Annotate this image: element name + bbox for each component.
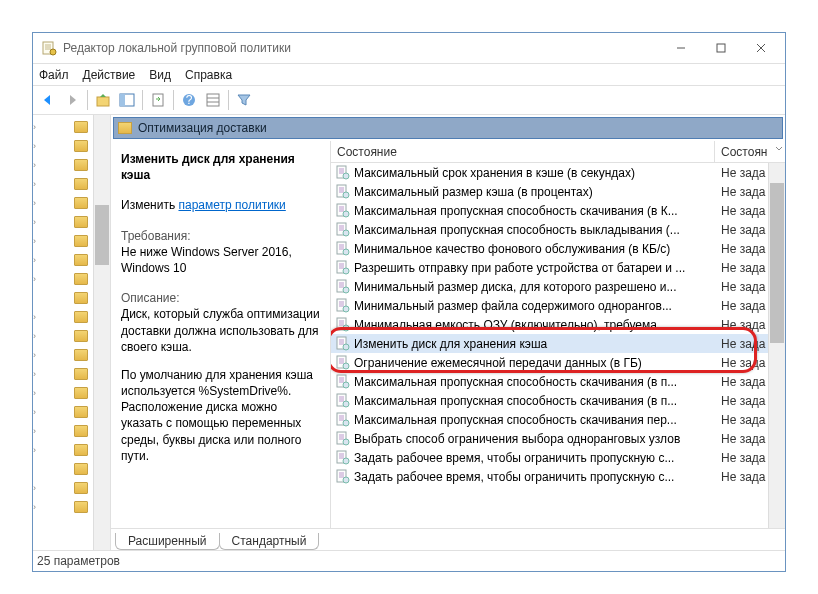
policy-item-icon — [335, 222, 350, 237]
row-name: Минимальное качество фонового обслуживан… — [354, 242, 670, 256]
svg-point-32 — [343, 230, 349, 236]
titlebar: Редактор локальной групповой политики — [33, 33, 785, 63]
content-area: › › › › › › › › › › › › › › › › › › › — [33, 115, 785, 551]
help-button[interactable]: ? — [178, 89, 200, 111]
svg-point-37 — [343, 249, 349, 255]
folder-icon — [74, 387, 88, 399]
menubar: Файл Действие Вид Справка — [33, 63, 785, 85]
status-bar: 25 параметров — [33, 551, 785, 571]
table-row[interactable]: Максимальный срок хранения в кэше (в сек… — [331, 163, 768, 182]
row-state: Не зада — [715, 261, 768, 275]
table-row[interactable]: Максимальная пропускная способность скач… — [331, 372, 768, 391]
table-row[interactable]: Максимальный размер кэша (в процентах)Не… — [331, 182, 768, 201]
table-row[interactable]: Максимальная пропускная способность выкл… — [331, 220, 768, 239]
row-name: Максимальная пропускная способность выкл… — [354, 223, 680, 237]
row-state: Не зада — [715, 223, 768, 237]
menu-file[interactable]: Файл — [39, 68, 69, 82]
table-row[interactable]: Минимальная емкость ОЗУ (включительно), … — [331, 315, 768, 334]
table-row[interactable]: Минимальный размер диска, для которого р… — [331, 277, 768, 296]
row-name: Максимальный срок хранения в кэше (в сек… — [354, 166, 635, 180]
folder-icon — [74, 140, 88, 152]
path-header: Оптимизация доставки — [113, 117, 783, 139]
table-row[interactable]: Максимальная пропускная способность скач… — [331, 410, 768, 429]
table-row[interactable]: Максимальная пропускная способность скач… — [331, 201, 768, 220]
export-button[interactable] — [147, 89, 169, 111]
table-row[interactable]: Минимальный размер файла содержимого одн… — [331, 296, 768, 315]
description-body-2: По умолчанию для хранения кэша используе… — [121, 367, 320, 464]
properties-button[interactable] — [202, 89, 224, 111]
menu-action[interactable]: Действие — [83, 68, 136, 82]
up-button[interactable] — [92, 89, 114, 111]
svg-point-27 — [343, 211, 349, 217]
folder-icon — [74, 235, 88, 247]
row-name: Максимальная пропускная способность скач… — [354, 413, 677, 427]
menu-help[interactable]: Справка — [185, 68, 232, 82]
row-name: Минимальная емкость ОЗУ (включительно), … — [354, 318, 667, 332]
svg-point-77 — [343, 401, 349, 407]
row-name: Минимальный размер диска, для которого р… — [354, 280, 677, 294]
description-body: Диск, который служба оптимизации доставк… — [121, 306, 320, 355]
table-row[interactable]: Минимальное качество фонового обслуживан… — [331, 239, 768, 258]
row-name: Максимальный размер кэша (в процентах) — [354, 185, 593, 199]
filter-button[interactable] — [233, 89, 255, 111]
policy-item-icon — [335, 241, 350, 256]
row-name: Минимальный размер файла содержимого одн… — [354, 299, 672, 313]
table-row[interactable]: Разрешить отправку при работе устройства… — [331, 258, 768, 277]
maximize-button[interactable] — [701, 34, 741, 62]
svg-point-52 — [343, 306, 349, 312]
table-row[interactable]: Максимальная пропускная способность скач… — [331, 391, 768, 410]
requirements-body: Не ниже Windows Server 2016, Windows 10 — [121, 244, 320, 276]
policy-item-icon — [335, 317, 350, 332]
tab-extended[interactable]: Расширенный — [115, 533, 220, 550]
row-state: Не зада — [715, 185, 768, 199]
table-row[interactable]: Задать рабочее время, чтобы ограничить п… — [331, 448, 768, 467]
svg-rect-3 — [717, 44, 725, 52]
list-scrollbar[interactable] — [768, 163, 785, 528]
folder-icon — [74, 368, 88, 380]
table-row[interactable]: Задать рабочее время, чтобы ограничить п… — [331, 467, 768, 486]
svg-rect-10 — [207, 94, 219, 106]
tab-standard[interactable]: Стандартный — [219, 533, 320, 550]
policy-item-icon — [335, 355, 350, 370]
folder-icon — [74, 330, 88, 342]
tree-content: › › › › › › › › › › › › › › › › › › › — [33, 115, 92, 550]
table-row[interactable]: Ограничение ежемесячной передачи данных … — [331, 353, 768, 372]
policy-item-icon — [335, 374, 350, 389]
menu-view[interactable]: Вид — [149, 68, 171, 82]
setting-title: Изменить диск для хранения кэша — [121, 151, 320, 183]
table-row[interactable]: Выбрать способ ограничения выбора однора… — [331, 429, 768, 448]
folder-icon — [74, 254, 88, 266]
app-icon — [41, 40, 57, 56]
svg-text:?: ? — [186, 93, 193, 107]
folder-icon — [74, 311, 88, 323]
row-state: Не зада — [715, 375, 768, 389]
chevron-down-icon — [775, 145, 783, 153]
folder-icon — [74, 273, 88, 285]
row-state: Не зада — [715, 299, 768, 313]
row-name: Максимальная пропускная способность скач… — [354, 375, 677, 389]
gpedit-window: Редактор локальной групповой политики Фа… — [32, 32, 786, 572]
column-state2[interactable]: Состоян — [715, 141, 785, 162]
svg-rect-7 — [153, 94, 163, 106]
row-state: Не зада — [715, 280, 768, 294]
minimize-button[interactable] — [661, 34, 701, 62]
folder-icon — [118, 122, 132, 134]
column-state[interactable]: Состояние — [331, 141, 715, 162]
policy-item-icon — [335, 431, 350, 446]
folder-icon — [74, 406, 88, 418]
show-hide-tree-button[interactable] — [116, 89, 138, 111]
folder-icon — [74, 425, 88, 437]
folder-icon — [74, 349, 88, 361]
svg-point-92 — [343, 458, 349, 464]
tree-scrollbar[interactable] — [93, 115, 110, 550]
policy-item-icon — [335, 298, 350, 313]
edit-policy-link[interactable]: параметр политики — [178, 198, 285, 212]
back-button[interactable] — [37, 89, 59, 111]
row-name: Задать рабочее время, чтобы ограничить п… — [354, 451, 674, 465]
policy-item-icon — [335, 203, 350, 218]
close-button[interactable] — [741, 34, 781, 62]
policy-item-icon — [335, 469, 350, 484]
forward-button[interactable] — [61, 89, 83, 111]
tree-pane[interactable]: › › › › › › › › › › › › › › › › › › › — [33, 115, 111, 550]
table-row[interactable]: Изменить диск для хранения кэшаНе зада — [331, 334, 768, 353]
